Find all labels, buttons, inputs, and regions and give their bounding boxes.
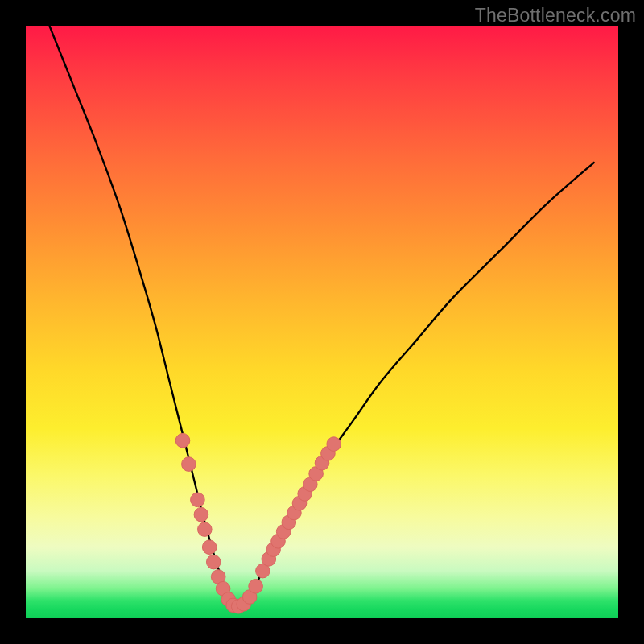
- chart-stage: TheBottleneck.com: [0, 0, 644, 644]
- curve-marker: [175, 433, 190, 448]
- watermark-text: TheBottleneck.com: [475, 5, 636, 27]
- plot-area: [26, 26, 618, 618]
- curve-marker: [249, 580, 263, 594]
- curve-marker: [207, 555, 221, 569]
- curve-marker: [327, 437, 341, 452]
- bottleneck-curve: [49, 26, 594, 608]
- curve-marker: [194, 507, 208, 522]
- curve-marker: [182, 457, 196, 472]
- curve-marker: [198, 522, 213, 537]
- curve-layer: [26, 26, 618, 618]
- curve-marker: [191, 493, 205, 507]
- curve-marker: [202, 540, 217, 555]
